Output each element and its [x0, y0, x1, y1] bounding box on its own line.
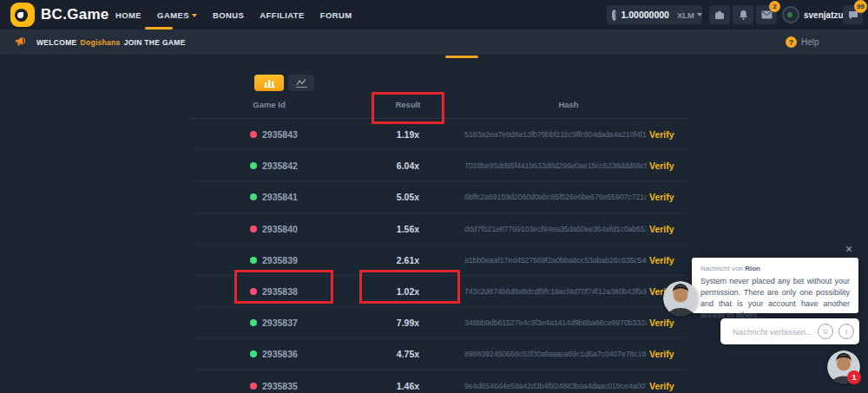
- status-dot: [250, 257, 257, 264]
- user-avatar[interactable]: [782, 6, 799, 23]
- table-row: 2935843 1.19x 5183a2ea7e9d8e13fb79bbf21b…: [191, 119, 686, 150]
- hash-value: 9e4d6546d4e58a42d3b4f924883baa4daac019ce…: [464, 382, 647, 390]
- status-dot: [250, 226, 257, 233]
- table-row: 2935841 5.05x 6bffc2a59159d2060d0abc85f5…: [191, 181, 686, 213]
- help-button[interactable]: ? Help: [786, 36, 819, 48]
- result-value: 1.56x: [378, 224, 438, 234]
- col-header-result: Result: [378, 100, 438, 109]
- verify-link[interactable]: Verify: [649, 318, 674, 328]
- chat-message-card: Nachricht von Rion System never placed a…: [692, 258, 858, 313]
- notifications-button[interactable]: [733, 5, 753, 24]
- verify-link[interactable]: Verify: [649, 349, 674, 359]
- verify-link[interactable]: Verify: [649, 129, 674, 140]
- wallet-button[interactable]: [709, 5, 730, 24]
- nav-affiliate[interactable]: AFFILIATE: [260, 10, 304, 20]
- message-from-label: Nachricht von: [700, 265, 745, 272]
- status-dot: [250, 383, 257, 390]
- table-body: 2935843 1.19x 5183a2ea7e9d8e13fb79bbf21b…: [191, 119, 686, 393]
- welcome-suffix: JOIN THE GAME: [124, 38, 186, 47]
- game-id: 2935840: [262, 224, 298, 234]
- message-sender: Rion: [745, 265, 760, 272]
- verify-link[interactable]: Verify: [649, 224, 674, 234]
- bar-chart-icon: [264, 78, 275, 88]
- balance-currency: XLM: [677, 10, 694, 20]
- hash-value: 6bffc2a59159d2060d0abc85f526e6be676e5590…: [464, 193, 647, 201]
- help-label: Help: [801, 37, 819, 47]
- nav-home[interactable]: HOME: [115, 10, 141, 20]
- nav-games-label: GAMES: [157, 10, 189, 20]
- bell-icon: [739, 10, 748, 20]
- username-label: svenjatzu: [804, 10, 844, 20]
- message-from: Nachricht von Rion: [700, 265, 850, 272]
- hash-value: ddd7f521e87769103ecf94ea35da50ee354efd1c…: [464, 225, 647, 233]
- result-value: 2.61x: [378, 255, 438, 265]
- close-icon[interactable]: ×: [845, 242, 852, 256]
- game-id: 2935835: [262, 381, 298, 391]
- nav-bonus[interactable]: BONUS: [213, 10, 244, 20]
- hash-value: 5183a2ea7e9d8e13fb79bbf21bc9ffc804dada4a…: [464, 130, 647, 139]
- result-value: 6.04x: [378, 160, 438, 171]
- nav-games[interactable]: GAMES: [157, 10, 197, 20]
- table-row: 2935835 1.46x 9e4d6546d4e58a42d3b4f92488…: [191, 370, 686, 393]
- welcome-message: WELCOME Dogishans JOIN THE GAME: [36, 38, 186, 47]
- balance-selector[interactable]: 1.00000000 XLM: [607, 5, 702, 24]
- bcgame-logo-icon[interactable]: [10, 3, 35, 27]
- table-row: 2935840 1.56x ddd7f521e87769103ecf94ea35…: [191, 213, 686, 245]
- wallet-icon: [714, 10, 725, 20]
- verify-link[interactable]: Verify: [649, 160, 674, 171]
- game-id: 2935841: [262, 192, 298, 202]
- trend-line-icon: [296, 78, 307, 88]
- verify-link[interactable]: Verify: [649, 192, 674, 202]
- status-dot: [250, 350, 257, 357]
- hash-value: 8988392450666c53f30afaaaea69c1d6a7c0407e…: [464, 350, 647, 358]
- megaphone-icon: [15, 36, 28, 47]
- welcome-username[interactable]: Dogishans: [80, 38, 120, 47]
- table-row: 2935837 7.99x 348bb9db61527e4c9f3e4a1414…: [191, 307, 686, 338]
- chevron-down-icon: [697, 13, 702, 16]
- tab-trend-view[interactable]: [288, 75, 314, 91]
- result-value: 7.99x: [378, 318, 438, 328]
- tab-list-view[interactable]: [254, 75, 284, 91]
- emoji-icon[interactable]: [818, 324, 833, 339]
- status-dot: [250, 131, 257, 138]
- result-value: 1.46x: [378, 381, 438, 391]
- message-text: System never placed any bet without your…: [700, 276, 850, 321]
- game-id: 2935839: [262, 255, 298, 265]
- verify-link[interactable]: Verify: [649, 381, 674, 391]
- verify-link[interactable]: Verify: [649, 255, 674, 265]
- hash-value: a1bb0eaaf17ed4527669f2a0bba8cc53abab26c6…: [464, 256, 647, 265]
- help-icon: ?: [786, 36, 797, 48]
- table-header: Game Id Result Hash: [191, 92, 686, 119]
- status-dot: [250, 193, 257, 200]
- unread-count-badge: 1: [847, 370, 861, 384]
- game-results-table: Game Id Result Hash 2935843 1.19x 5183a2…: [191, 92, 686, 393]
- game-id: 2935837: [262, 318, 298, 328]
- status-dot: [250, 319, 257, 326]
- status-dot: [250, 288, 257, 295]
- active-tab-indicator: [445, 56, 478, 58]
- nav-forum[interactable]: FORUM: [320, 10, 352, 20]
- chat-input[interactable]: Nachricht verfassen... ı: [720, 318, 859, 344]
- top-header: BC.Game HOME GAMES BONUS AFFILIATE FORUM…: [0, 0, 868, 29]
- table-row: 2935838 1.02x 743c2d874b6d8a8dcdf9fc19ac…: [191, 276, 686, 307]
- game-id: 2935843: [262, 129, 298, 140]
- result-value: 4.75x: [378, 349, 438, 359]
- sender-avatar: [663, 281, 698, 316]
- chat-input-placeholder: Nachricht verfassen...: [733, 327, 818, 337]
- mail-badge: 2: [769, 1, 780, 12]
- chevron-down-icon: [192, 14, 197, 17]
- col-header-game-id: Game Id: [239, 100, 299, 109]
- table-row: 2935836 4.75x 8988392450666c53f30afaaaea…: [191, 338, 686, 370]
- game-id: 2935836: [262, 349, 298, 359]
- info-icon[interactable]: ı: [838, 324, 854, 339]
- envelope-icon: [761, 10, 773, 19]
- brand-title[interactable]: BC.Game: [41, 6, 109, 23]
- chat-badge: 99: [854, 0, 867, 13]
- bcgame-page: BC.Game HOME GAMES BONUS AFFILIATE FORUM…: [0, 0, 868, 393]
- result-value: 1.19x: [378, 129, 438, 140]
- col-header-hash: Hash: [529, 100, 608, 109]
- result-value: 5.05x: [378, 192, 438, 202]
- game-id: 2935838: [262, 286, 298, 297]
- hash-value: 743c2d874b6d8a8dcdf9fc19acf4d70f74f12a38…: [464, 287, 647, 296]
- welcome-bar: WELCOME Dogishans JOIN THE GAME ? Help: [0, 29, 868, 55]
